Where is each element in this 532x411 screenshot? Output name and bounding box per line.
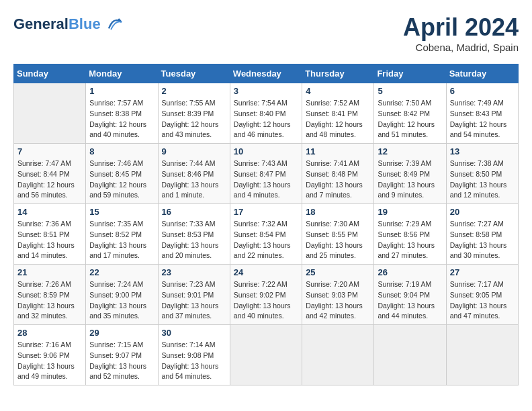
day-info: Sunrise: 7:43 AMSunset: 8:47 PMDaylight:…: [234, 158, 298, 201]
day-info: Sunrise: 7:27 AMSunset: 8:58 PMDaylight:…: [450, 219, 515, 261]
calendar-cell: 8Sunrise: 7:46 AMSunset: 8:45 PMDaylight…: [86, 144, 158, 204]
day-info: Sunrise: 7:35 AMSunset: 8:52 PMDaylight:…: [89, 219, 154, 261]
calendar-cell: [230, 325, 302, 385]
calendar-cell: 19Sunrise: 7:29 AMSunset: 8:56 PMDayligh…: [374, 204, 446, 265]
day-number: 3: [234, 86, 298, 96]
calendar-cell: [446, 325, 518, 385]
calendar-cell: 4Sunrise: 7:52 AMSunset: 8:41 PMDaylight…: [302, 83, 374, 144]
day-number: 13: [450, 146, 515, 156]
day-number: 4: [306, 86, 370, 96]
day-info: Sunrise: 7:32 AMSunset: 8:54 PMDaylight:…: [234, 219, 298, 261]
day-info: Sunrise: 7:46 AMSunset: 8:45 PMDaylight:…: [89, 158, 154, 201]
day-info: Sunrise: 7:41 AMSunset: 8:48 PMDaylight:…: [306, 158, 370, 201]
day-info: Sunrise: 7:15 AMSunset: 9:07 PMDaylight:…: [89, 340, 154, 382]
page-header: GeneralBlue April 2024 Cobena, Madrid, S…: [13, 13, 519, 53]
calendar-week-row: 21Sunrise: 7:26 AMSunset: 8:59 PMDayligh…: [14, 265, 519, 325]
calendar-cell: 24Sunrise: 7:22 AMSunset: 9:02 PMDayligh…: [230, 265, 302, 325]
day-info: Sunrise: 7:16 AMSunset: 9:06 PMDaylight:…: [17, 340, 82, 382]
day-number: 17: [234, 207, 298, 217]
calendar-cell: 27Sunrise: 7:17 AMSunset: 9:05 PMDayligh…: [446, 265, 518, 325]
day-number: 2: [162, 86, 226, 96]
day-number: 12: [378, 146, 442, 156]
day-info: Sunrise: 7:36 AMSunset: 8:51 PMDaylight:…: [17, 219, 82, 261]
day-number: 24: [234, 267, 298, 277]
day-info: Sunrise: 7:33 AMSunset: 8:53 PMDaylight:…: [162, 219, 226, 261]
calendar-cell: 25Sunrise: 7:20 AMSunset: 9:03 PMDayligh…: [302, 265, 374, 325]
calendar-table: SundayMondayTuesdayWednesdayThursdayFrid…: [13, 64, 519, 385]
calendar-cell: 17Sunrise: 7:32 AMSunset: 8:54 PMDayligh…: [230, 204, 302, 265]
month-title: April 2024: [403, 13, 519, 42]
calendar-cell: 7Sunrise: 7:47 AMSunset: 8:44 PMDaylight…: [14, 144, 86, 204]
calendar-cell: 21Sunrise: 7:26 AMSunset: 8:59 PMDayligh…: [14, 265, 86, 325]
calendar-cell: 30Sunrise: 7:14 AMSunset: 9:08 PMDayligh…: [158, 325, 230, 385]
day-info: Sunrise: 7:29 AMSunset: 8:56 PMDaylight:…: [378, 219, 442, 261]
weekday-header: Tuesday: [158, 64, 230, 83]
calendar-week-row: 28Sunrise: 7:16 AMSunset: 9:06 PMDayligh…: [14, 325, 519, 385]
logo-text: GeneralBlue: [13, 16, 101, 32]
day-number: 14: [17, 207, 82, 217]
day-number: 21: [17, 267, 82, 277]
day-number: 10: [234, 146, 298, 156]
calendar-cell: 5Sunrise: 7:50 AMSunset: 8:42 PMDaylight…: [374, 83, 446, 144]
calendar-cell: [302, 325, 374, 385]
day-info: Sunrise: 7:14 AMSunset: 9:08 PMDaylight:…: [162, 340, 226, 382]
calendar-cell: 18Sunrise: 7:30 AMSunset: 8:55 PMDayligh…: [302, 204, 374, 265]
day-info: Sunrise: 7:47 AMSunset: 8:44 PMDaylight:…: [17, 158, 82, 201]
calendar-cell: 15Sunrise: 7:35 AMSunset: 8:52 PMDayligh…: [86, 204, 158, 265]
day-number: 15: [89, 207, 154, 217]
day-info: Sunrise: 7:22 AMSunset: 9:02 PMDaylight:…: [234, 279, 298, 322]
weekday-header: Wednesday: [230, 64, 302, 83]
day-info: Sunrise: 7:44 AMSunset: 8:46 PMDaylight:…: [162, 158, 226, 201]
day-number: 16: [162, 207, 226, 217]
day-info: Sunrise: 7:38 AMSunset: 8:50 PMDaylight:…: [450, 158, 515, 201]
day-info: Sunrise: 7:55 AMSunset: 8:39 PMDaylight:…: [162, 98, 226, 140]
day-number: 8: [89, 146, 154, 156]
day-info: Sunrise: 7:49 AMSunset: 8:43 PMDaylight:…: [450, 98, 515, 140]
calendar-cell: 29Sunrise: 7:15 AMSunset: 9:07 PMDayligh…: [86, 325, 158, 385]
weekday-header: Monday: [86, 64, 158, 83]
day-info: Sunrise: 7:26 AMSunset: 8:59 PMDaylight:…: [17, 279, 82, 322]
weekday-header: Friday: [374, 64, 446, 83]
day-number: 18: [306, 207, 370, 217]
day-number: 6: [450, 86, 515, 96]
weekday-header: Thursday: [302, 64, 374, 83]
calendar-week-row: 7Sunrise: 7:47 AMSunset: 8:44 PMDaylight…: [14, 144, 519, 204]
day-number: 9: [162, 146, 226, 156]
weekday-header: Saturday: [446, 64, 518, 83]
day-number: 29: [89, 328, 154, 338]
calendar-cell: 28Sunrise: 7:16 AMSunset: 9:06 PMDayligh…: [14, 325, 86, 385]
calendar-cell: 20Sunrise: 7:27 AMSunset: 8:58 PMDayligh…: [446, 204, 518, 265]
day-info: Sunrise: 7:17 AMSunset: 9:05 PMDaylight:…: [450, 279, 515, 322]
day-info: Sunrise: 7:30 AMSunset: 8:55 PMDaylight:…: [306, 219, 370, 261]
day-number: 11: [306, 146, 370, 156]
calendar-header-row: SundayMondayTuesdayWednesdayThursdayFrid…: [14, 64, 519, 83]
calendar-cell: 16Sunrise: 7:33 AMSunset: 8:53 PMDayligh…: [158, 204, 230, 265]
day-number: 7: [17, 146, 82, 156]
day-number: 20: [450, 207, 515, 217]
calendar-cell: 6Sunrise: 7:49 AMSunset: 8:43 PMDaylight…: [446, 83, 518, 144]
location: Cobena, Madrid, Spain: [403, 42, 519, 53]
day-number: 22: [89, 267, 154, 277]
day-number: 27: [450, 267, 515, 277]
calendar-cell: 1Sunrise: 7:57 AMSunset: 8:38 PMDaylight…: [86, 83, 158, 144]
calendar-cell: 11Sunrise: 7:41 AMSunset: 8:48 PMDayligh…: [302, 144, 374, 204]
logo-icon: [103, 13, 125, 35]
day-number: 28: [17, 328, 82, 338]
day-number: 23: [162, 267, 226, 277]
weekday-header: Sunday: [14, 64, 86, 83]
day-number: 1: [89, 86, 154, 96]
day-number: 30: [162, 328, 226, 338]
day-number: 19: [378, 207, 442, 217]
day-number: 5: [378, 86, 442, 96]
day-info: Sunrise: 7:20 AMSunset: 9:03 PMDaylight:…: [306, 279, 370, 322]
day-info: Sunrise: 7:24 AMSunset: 9:00 PMDaylight:…: [89, 279, 154, 322]
calendar-week-row: 14Sunrise: 7:36 AMSunset: 8:51 PMDayligh…: [14, 204, 519, 265]
calendar-body: 1Sunrise: 7:57 AMSunset: 8:38 PMDaylight…: [14, 83, 519, 385]
calendar-cell: 14Sunrise: 7:36 AMSunset: 8:51 PMDayligh…: [14, 204, 86, 265]
calendar-cell: 9Sunrise: 7:44 AMSunset: 8:46 PMDaylight…: [158, 144, 230, 204]
day-info: Sunrise: 7:54 AMSunset: 8:40 PMDaylight:…: [234, 98, 298, 140]
calendar-cell: 22Sunrise: 7:24 AMSunset: 9:00 PMDayligh…: [86, 265, 158, 325]
calendar-cell: 12Sunrise: 7:39 AMSunset: 8:49 PMDayligh…: [374, 144, 446, 204]
day-info: Sunrise: 7:19 AMSunset: 9:04 PMDaylight:…: [378, 279, 442, 322]
calendar-cell: 3Sunrise: 7:54 AMSunset: 8:40 PMDaylight…: [230, 83, 302, 144]
